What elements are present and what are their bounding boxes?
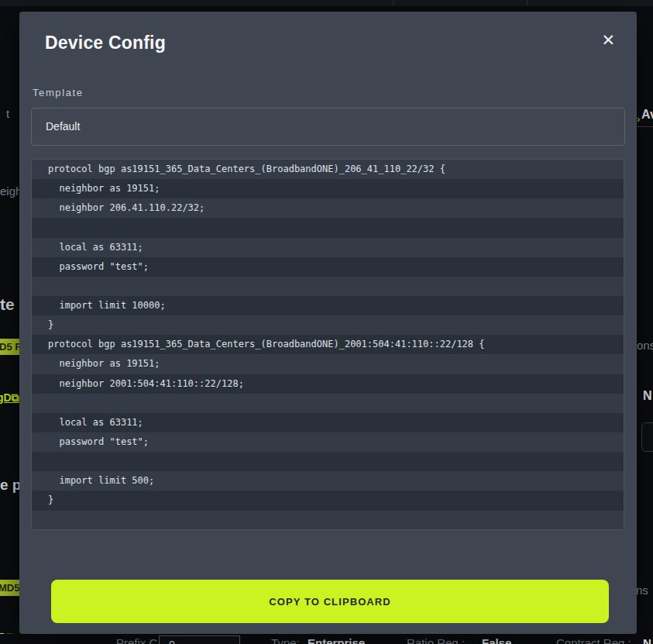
prefix-count-input[interactable]: 0	[159, 635, 240, 644]
divider-line	[637, 126, 653, 127]
code-line	[32, 452, 624, 471]
ratio-req-label: Ratio Req.:	[407, 636, 465, 644]
code-line: local as 63311;	[32, 238, 624, 257]
code-line: password "test";	[32, 432, 624, 452]
code-line	[32, 277, 624, 296]
code-line: neighbor as 19151;	[32, 354, 624, 374]
code-line	[32, 394, 624, 413]
type-label: Type:	[271, 636, 300, 644]
top-nav-bar: Summary Peering Networks Policies Templa…	[0, 0, 653, 6]
code-line: neighbor 2001:504:41:110::22/128;	[32, 374, 624, 394]
code-line: local as 63311;	[32, 413, 624, 432]
template-label: Template	[33, 87, 84, 98]
ratio-req-value: False	[482, 636, 511, 644]
backdrop-fragment: ns	[636, 584, 648, 597]
close-icon[interactable]: ✕	[601, 32, 615, 48]
device-config-modal: Device Config ✕ Template Default protoco…	[19, 12, 637, 634]
code-line: neighbor 206.41.110.22/32;	[32, 198, 624, 218]
code-line: neighbor as 19151;	[32, 179, 624, 198]
code-line	[32, 218, 624, 237]
code-line: import limit 10000;	[32, 296, 624, 315]
input-box-fragment	[641, 422, 653, 452]
backdrop-fragment: ons	[637, 339, 653, 352]
nav-divider	[393, 0, 394, 6]
nav-divider	[527, 0, 528, 6]
code-line: protocol bgp as19151_365_Data_Centers_(B…	[32, 335, 624, 354]
code-line: protocol bgp as19151_365_Data_Centers_(B…	[32, 160, 624, 179]
code-line: password "test";	[32, 257, 624, 277]
copy-to-clipboard-button[interactable]: COPY TO CLIPBOARD	[51, 580, 609, 623]
code-line: import limit 500;	[32, 471, 624, 491]
prefix-count-label: Prefix C	[116, 636, 157, 644]
code-line: }	[32, 491, 624, 510]
code-line: }	[32, 315, 624, 335]
contract-req-value: N	[643, 636, 651, 644]
lime-tick-fragment: ›	[637, 113, 640, 125]
backdrop-bottom-row: Prefix C 0 Type: Enterprise Ratio Req.: …	[0, 634, 653, 644]
backdrop-fragment: t	[6, 107, 9, 120]
backdrop-fragment: te	[0, 295, 15, 314]
template-select[interactable]: Default	[31, 108, 625, 146]
contract-req-label: Contract Req.:	[556, 636, 631, 644]
backdrop-fragment: N	[643, 389, 652, 403]
code-line	[32, 511, 624, 530]
modal-title: Device Config	[45, 33, 166, 53]
external-link-fragment[interactable]: gD⧉	[0, 391, 19, 405]
type-value: Enterprise	[308, 636, 365, 644]
backdrop-fragment: Av	[641, 108, 653, 122]
device-config-code: protocol bgp as19151_365_Data_Centers_(B…	[31, 159, 624, 530]
